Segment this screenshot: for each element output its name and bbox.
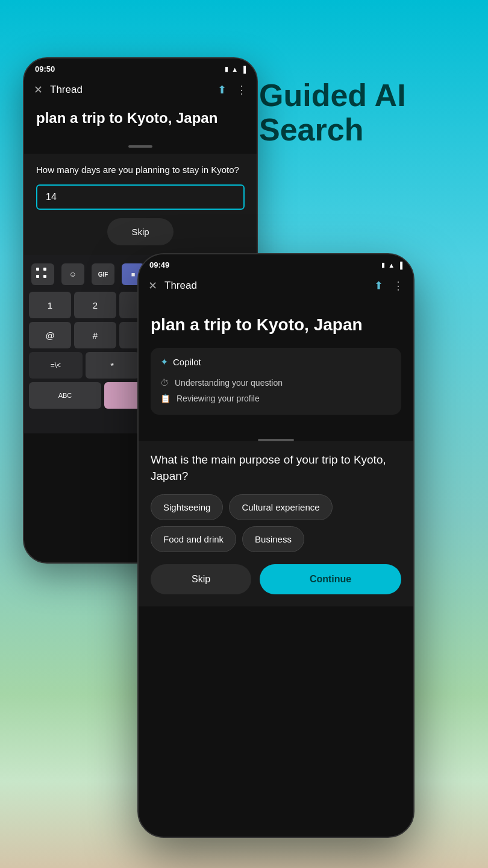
status-time-front: 09:49 <box>149 260 169 269</box>
battery-icon-front: ▮ <box>381 261 385 269</box>
thread-header-right-front: ⬆ ⋮ <box>374 279 404 292</box>
phone-content-front: plan a trip to Kyoto, Japan ✦ Copilot ⏱ … <box>139 298 413 434</box>
option-cultural[interactable]: Cultural experience <box>229 494 332 520</box>
signal-icon-back: ▐ <box>241 66 246 73</box>
close-icon-front[interactable]: ✕ <box>148 279 157 292</box>
key-grid-back[interactable] <box>31 263 54 285</box>
bottom-actions-front: Skip Continue <box>151 564 401 594</box>
thread-header-left-back: ✕ Thread <box>34 83 83 96</box>
copilot-item-text-1: Understanding your question <box>175 378 283 388</box>
thread-header-left-front: ✕ Thread <box>148 279 197 292</box>
copilot-item-icon-2: 📋 <box>160 394 170 403</box>
option-food[interactable]: Food and drink <box>151 526 236 552</box>
wifi-icon-front: ▲ <box>388 262 395 269</box>
input-value-back: 14 <box>46 192 57 202</box>
copilot-item-icon-1: ⏱ <box>160 378 169 388</box>
skip-button-back[interactable]: Skip <box>107 218 173 245</box>
status-bar-front: 09:49 ▮ ▲ ▐ <box>139 254 413 273</box>
share-icon-back[interactable]: ⬆ <box>217 83 227 96</box>
more-icon-front[interactable]: ⋮ <box>393 279 404 292</box>
key-star-back[interactable]: * <box>86 352 139 379</box>
status-icons-back: ▮ ▲ ▐ <box>225 65 246 73</box>
key-symbols-back[interactable]: =\< <box>29 352 83 379</box>
thread-title-back: Thread <box>50 84 83 96</box>
drag-handle-back <box>128 145 152 148</box>
bottom-question-front: What is the main purpose of your trip to… <box>151 441 401 494</box>
input-container-back[interactable]: 14 <box>36 184 245 210</box>
wifi-icon-back: ▲ <box>231 66 238 73</box>
status-time-back: 09:50 <box>35 64 55 74</box>
option-sightseeing[interactable]: Sightseeing <box>151 494 223 520</box>
copilot-name: Copilot <box>173 357 201 367</box>
key-abc-back[interactable]: ABC <box>29 382 101 409</box>
key-1-back[interactable]: 1 <box>29 292 71 318</box>
status-bar-back: 09:50 ▮ ▲ ▐ <box>24 58 257 77</box>
bottom-sheet-back: How many days are you planning to stay i… <box>24 154 257 255</box>
key-gif-back[interactable]: GIF <box>92 263 114 285</box>
search-query-back: plan a trip to Kyoto, Japan <box>24 102 257 139</box>
bottom-sheet-front: What is the main purpose of your trip to… <box>139 441 413 606</box>
key-2-back[interactable]: 2 <box>74 292 116 318</box>
thread-header-back: ✕ Thread ⬆ ⋮ <box>24 77 257 102</box>
signal-icon-front: ▐ <box>398 262 402 269</box>
thread-header-right-back: ⬆ ⋮ <box>217 83 247 96</box>
question-back: How many days are you planning to stay i… <box>36 163 245 176</box>
battery-icon-back: ▮ <box>225 65 228 73</box>
key-emoji-back[interactable]: ☺ <box>61 263 84 285</box>
more-icon-back[interactable]: ⋮ <box>236 83 247 96</box>
continue-button-front[interactable]: Continue <box>260 564 401 594</box>
copilot-header: ✦ Copilot <box>160 356 392 368</box>
copilot-card: ✦ Copilot ⏱ Understanding your question … <box>151 348 401 415</box>
status-icons-front: ▮ ▲ ▐ <box>381 261 402 269</box>
key-at-back[interactable]: @ <box>29 322 71 348</box>
option-business[interactable]: Business <box>242 526 304 552</box>
phone-front: 09:49 ▮ ▲ ▐ ✕ Thread ⬆ ⋮ plan a trip to … <box>137 253 414 838</box>
hero-title: Guided AI Search <box>259 78 458 147</box>
key-hash-back[interactable]: # <box>74 322 116 348</box>
hero-title-line1: Guided AI <box>259 78 406 113</box>
thread-header-front: ✕ Thread ⬆ ⋮ <box>139 273 413 298</box>
copilot-star-icon: ✦ <box>160 356 168 368</box>
copilot-item-text-2: Reviewing your profile <box>177 394 260 403</box>
search-query-front: plan a trip to Kyoto, Japan <box>151 308 401 348</box>
options-grid-front: Sightseeing Cultural experience Food and… <box>151 494 401 552</box>
copilot-item-2: 📋 Reviewing your profile <box>160 391 392 406</box>
thread-title-front: Thread <box>164 280 197 292</box>
skip-button-front[interactable]: Skip <box>151 564 251 594</box>
hero-title-line2: Search <box>259 112 363 147</box>
share-icon-front[interactable]: ⬆ <box>374 279 383 292</box>
copilot-item-1: ⏱ Understanding your question <box>160 375 392 391</box>
close-icon-back[interactable]: ✕ <box>34 83 43 96</box>
